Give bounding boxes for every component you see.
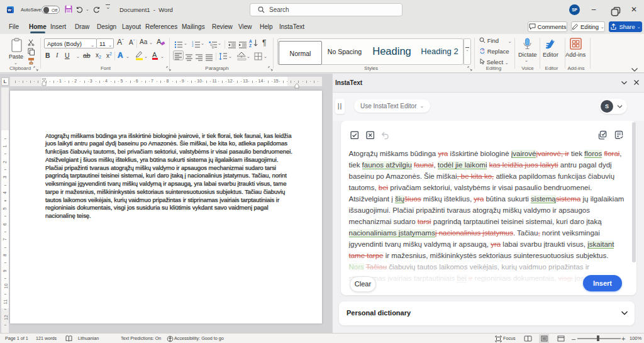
svg-text:b: b	[482, 48, 484, 52]
svg-text:Z: Z	[249, 43, 252, 48]
svg-text:A: A	[249, 39, 252, 43]
svg-text:2: 2	[192, 44, 194, 47]
